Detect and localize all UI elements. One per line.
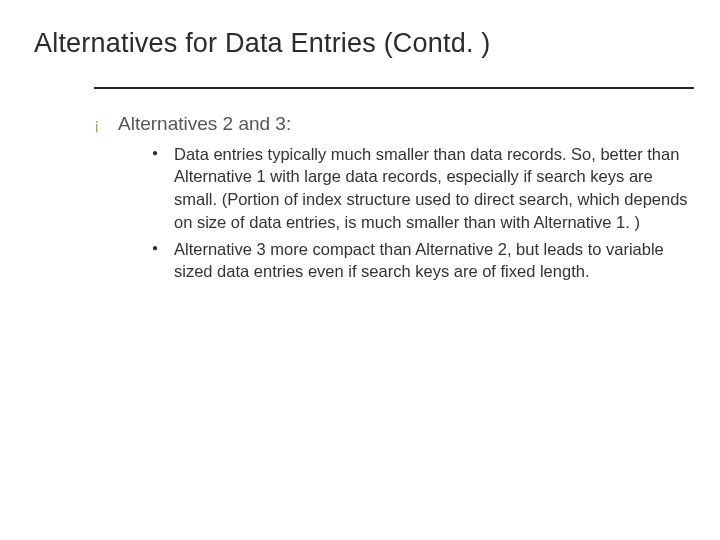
disc-bullet-icon: ● (152, 238, 174, 257)
title-underline (94, 87, 694, 89)
list-item-text: Data entries typically much smaller than… (174, 143, 694, 234)
slide-title: Alternatives for Data Entries (Contd. ) (34, 28, 490, 59)
slide-body: ¡ Alternatives 2 and 3: ● Data entries t… (94, 111, 694, 283)
slide: Alternatives for Data Entries (Contd. ) … (0, 0, 720, 540)
list-item: ¡ Alternatives 2 and 3: (94, 111, 694, 137)
list-item-text: Alternative 3 more compact than Alternat… (174, 238, 694, 284)
list-item: ● Alternative 3 more compact than Altern… (152, 238, 694, 284)
list-item: ● Data entries typically much smaller th… (152, 143, 694, 234)
title-row: Alternatives for Data Entries (Contd. ) (34, 28, 680, 59)
disc-bullet-icon: ● (152, 143, 174, 162)
sub-list: ● Data entries typically much smaller th… (152, 143, 694, 284)
list-item-label: Alternatives 2 and 3: (118, 111, 291, 137)
circle-bullet-icon: ¡ (94, 114, 118, 136)
